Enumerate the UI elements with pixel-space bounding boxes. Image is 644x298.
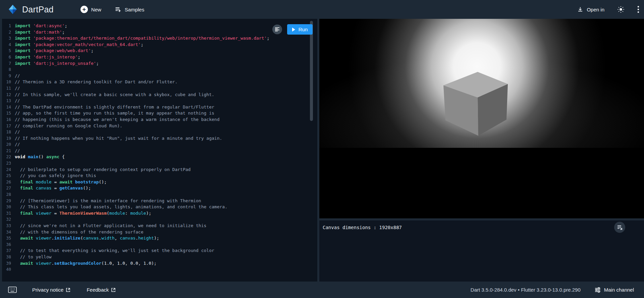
code-line[interactable]: 1import 'dart:async'; (2, 23, 317, 29)
code-line[interactable]: 29 // [ThermionViewer] is the main inter… (2, 198, 317, 204)
code-line[interactable]: 16// happening (this is because we aren'… (2, 117, 317, 123)
channel-label: Main channel (604, 287, 634, 293)
code-text: import 'dart:async'; (15, 23, 67, 29)
overflow-menu-icon[interactable] (637, 6, 639, 13)
code-line[interactable]: 23 (2, 160, 317, 167)
code-line[interactable]: 24 // boilerplate to setup our rendering… (2, 167, 317, 173)
code-line[interactable]: 13// (2, 98, 317, 104)
line-number: 14 (2, 104, 15, 111)
code-line[interactable]: 18// (2, 129, 317, 135)
code-line[interactable]: 8 (2, 67, 317, 73)
open-in-button[interactable]: Open in (577, 6, 604, 12)
code-line[interactable]: 14// The DartPad environment is slightly… (2, 104, 317, 111)
code-text: // to test that everything is working, w… (15, 248, 214, 254)
tune-icon (595, 287, 601, 293)
code-line[interactable]: 40 (2, 266, 317, 273)
code-text: // to yellow (15, 254, 52, 260)
code-line[interactable]: 35 await viewer.initialize(canvas.width,… (2, 235, 317, 242)
code-editor[interactable]: 1import 'dart:async';2import 'dart:math'… (2, 19, 317, 282)
code-line[interactable]: 19// If nothing happens when you hit "Ru… (2, 135, 317, 142)
line-number: 12 (2, 92, 15, 98)
line-number: 20 (2, 141, 15, 148)
code-text: import 'package:vector_math/vector_math_… (15, 42, 144, 48)
code-line[interactable]: 15// app, so the first time you run this… (2, 110, 317, 117)
code-line[interactable]: 9// (2, 73, 317, 79)
code-line[interactable]: 5import 'package:web/web.dart'; (2, 48, 317, 54)
line-number: 31 (2, 210, 15, 217)
plus-icon: + (80, 6, 88, 13)
code-line[interactable]: 38 // to yellow (2, 254, 317, 260)
line-number: 37 (2, 248, 15, 254)
code-line[interactable]: 17// compiler running on Google Cloud Ru… (2, 123, 317, 129)
code-line[interactable]: 27 final canvas = getCanvas(); (2, 185, 317, 191)
line-number: 10 (2, 79, 15, 85)
code-line[interactable]: 31 final viewer = ThermionViewerWasm(mod… (2, 210, 317, 217)
clear-console-button[interactable] (614, 222, 625, 233)
code-text: // (15, 98, 20, 104)
line-number: 26 (2, 179, 15, 185)
feedback-link[interactable]: Feedback (87, 287, 116, 293)
code-line[interactable]: 34 // with the dimensions of the renderi… (2, 229, 317, 236)
code-text: // The DartPad environment is slightly d… (15, 104, 214, 111)
open-in-label: Open in (587, 7, 604, 12)
code-line[interactable]: 10// Thermion is a 3D rendering toolkit … (2, 79, 317, 85)
line-number: 19 (2, 135, 15, 142)
code-line[interactable]: 11// (2, 85, 317, 92)
keyboard-shortcuts-icon[interactable] (8, 287, 17, 293)
status-bar: Privacy notice Feedback Dart 3.5.0-284.0… (0, 282, 644, 298)
line-number: 36 (2, 242, 15, 248)
channel-selector[interactable]: Main channel (595, 287, 634, 293)
code-line[interactable]: 2import 'dart:math'; (2, 29, 317, 36)
playlist-add-icon (115, 6, 121, 13)
code-line[interactable]: 7import 'dart:js_interop_unsafe'; (2, 60, 317, 67)
code-line[interactable]: 32 (2, 216, 317, 223)
line-number: 23 (2, 160, 15, 167)
sdk-versions-text: Dart 3.5.0-284.0.dev • Flutter 3.23.0-13… (471, 287, 581, 293)
code-text: import 'dart:js_interop_unsafe'; (15, 60, 99, 67)
code-text: // (15, 73, 20, 79)
run-button[interactable]: Run (287, 24, 313, 35)
code-area: 1import 'dart:async';2import 'dart:math'… (2, 19, 317, 273)
code-line[interactable]: 3import 'package:thermion_dart/thermion_… (2, 35, 317, 42)
format-icon (275, 27, 280, 32)
code-line[interactable]: 25 // you can safely ignore this (2, 173, 317, 179)
code-line[interactable]: 21// (2, 148, 317, 154)
render-viewport[interactable] (319, 19, 644, 218)
new-button[interactable]: + New (80, 6, 101, 13)
format-button[interactable] (272, 25, 282, 34)
code-line[interactable]: 6import 'dart:js_interop'; (2, 54, 317, 60)
code-text: // (15, 141, 20, 148)
line-number: 6 (2, 54, 15, 60)
code-text: // If nothing happens when you hit "Run"… (15, 135, 222, 142)
brightness-toggle-icon[interactable] (617, 6, 625, 13)
line-number: 32 (2, 216, 15, 223)
code-line[interactable]: 4import 'package:vector_math/vector_math… (2, 42, 317, 48)
privacy-notice-link[interactable]: Privacy notice (32, 287, 70, 293)
line-number: 24 (2, 167, 15, 173)
code-line[interactable]: 39 await viewer.setBackgroundColor(1.0, … (2, 260, 317, 267)
samples-button[interactable]: Samples (115, 6, 144, 13)
code-line[interactable]: 33 // since we're not in a Flutter appli… (2, 223, 317, 229)
code-line[interactable]: 37 // to test that everything is working… (2, 248, 317, 254)
code-line[interactable]: 36 (2, 242, 317, 248)
code-text: // (15, 85, 20, 92)
code-text: // Thermion is a 3D rendering toolkit fo… (15, 79, 177, 85)
line-number: 29 (2, 198, 15, 204)
download-icon (577, 6, 583, 12)
code-text: // [ThermionViewer] is the main interfac… (15, 198, 201, 204)
page-title: DartPad (22, 5, 54, 14)
editor-scrollbar-thumb[interactable] (310, 21, 313, 121)
code-text: // with the dimensions of the rendering … (15, 229, 144, 236)
code-text: // you can safely ignore this (15, 173, 96, 179)
code-line[interactable]: 30 // This class lets you load assets, l… (2, 204, 317, 210)
code-text: await viewer.initialize(canvas.width, ca… (15, 235, 159, 242)
code-text: // In this sample, we'll create a basic … (15, 92, 214, 98)
code-line[interactable]: 28 (2, 191, 317, 198)
code-line[interactable]: 22void main() async { (2, 154, 317, 160)
code-line[interactable]: 12// In this sample, we'll create a basi… (2, 92, 317, 98)
line-number: 3 (2, 35, 15, 42)
code-text: // happening (this is because we aren't … (15, 117, 219, 123)
code-text: void main() async { (15, 154, 65, 160)
code-line[interactable]: 20// (2, 141, 317, 148)
code-line[interactable]: 26 final module = await bootstrap(); (2, 179, 317, 185)
